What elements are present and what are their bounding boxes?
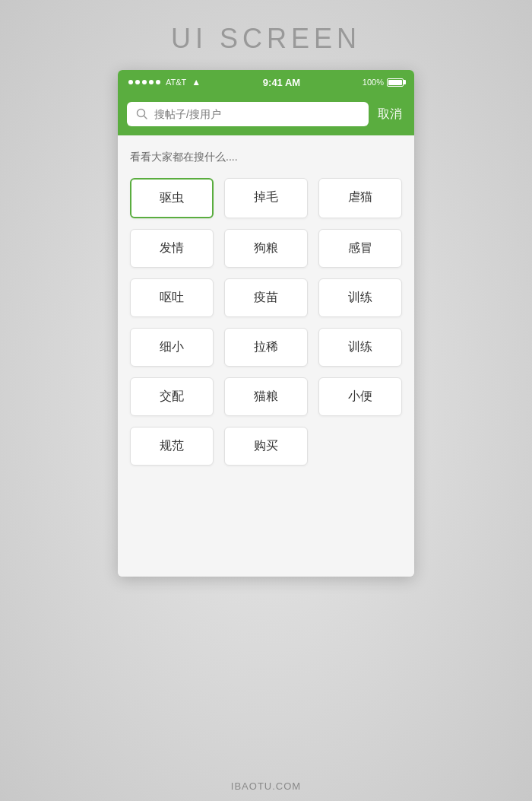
signal-dot-1 (128, 80, 133, 84)
bottom-credit: IBAOTU.COM (0, 780, 532, 792)
tag-button[interactable]: 交配 (130, 377, 214, 416)
tag-button[interactable]: 疫苗 (224, 278, 308, 317)
tags-grid: 驱虫掉毛虐猫发情狗粮感冒呕吐疫苗训练细小拉稀训练交配猫粮小便规范购买 (130, 178, 402, 466)
search-input-wrapper[interactable] (127, 102, 369, 126)
cancel-button[interactable]: 取消 (375, 106, 405, 122)
signal-dot-5 (156, 80, 160, 84)
tag-button[interactable]: 狗粮 (224, 229, 308, 268)
tag-button[interactable]: 驱虫 (130, 178, 214, 218)
tag-button[interactable]: 发情 (130, 229, 214, 268)
tag-button[interactable]: 呕吐 (130, 278, 214, 317)
signal-dot-3 (142, 80, 147, 84)
status-time: 9:41 AM (263, 77, 300, 88)
status-right: 100% (363, 78, 404, 87)
tag-button[interactable]: 小便 (318, 377, 402, 416)
tag-button[interactable]: 训练 (318, 328, 402, 367)
signal-dot-2 (135, 80, 140, 84)
section-subtitle: 看看大家都在搜什么.... (130, 151, 402, 164)
battery-percent: 100% (363, 78, 384, 87)
tag-button[interactable]: 感冒 (318, 229, 402, 268)
tag-button[interactable]: 掉毛 (224, 178, 308, 218)
content-area: 看看大家都在搜什么.... 驱虫掉毛虐猫发情狗粮感冒呕吐疫苗训练细小拉稀训练交配… (118, 135, 414, 577)
search-bar: 取消 (118, 94, 414, 135)
search-icon (136, 108, 148, 120)
search-input[interactable] (154, 108, 359, 120)
battery-icon (387, 78, 404, 87)
page-title: UI SCREEN (171, 23, 361, 55)
phone-frame: AT&T ▲ 9:41 AM 100% 取消 看看大家都在搜什么.... 驱虫掉… (118, 70, 414, 577)
tag-button[interactable]: 购买 (224, 427, 308, 466)
svg-line-1 (144, 116, 147, 119)
tag-button[interactable]: 猫粮 (224, 377, 308, 416)
carrier-label: AT&T (166, 78, 186, 87)
tag-button[interactable]: 细小 (130, 328, 214, 367)
tag-button[interactable]: 虐猫 (318, 178, 402, 218)
tag-button[interactable]: 训练 (318, 278, 402, 317)
signal-dot-4 (149, 80, 154, 84)
tag-button[interactable]: 拉稀 (224, 328, 308, 367)
wifi-icon: ▲ (192, 77, 201, 87)
status-left: AT&T ▲ (128, 77, 201, 87)
status-bar: AT&T ▲ 9:41 AM 100% (118, 70, 414, 94)
tag-button[interactable]: 规范 (130, 427, 214, 466)
